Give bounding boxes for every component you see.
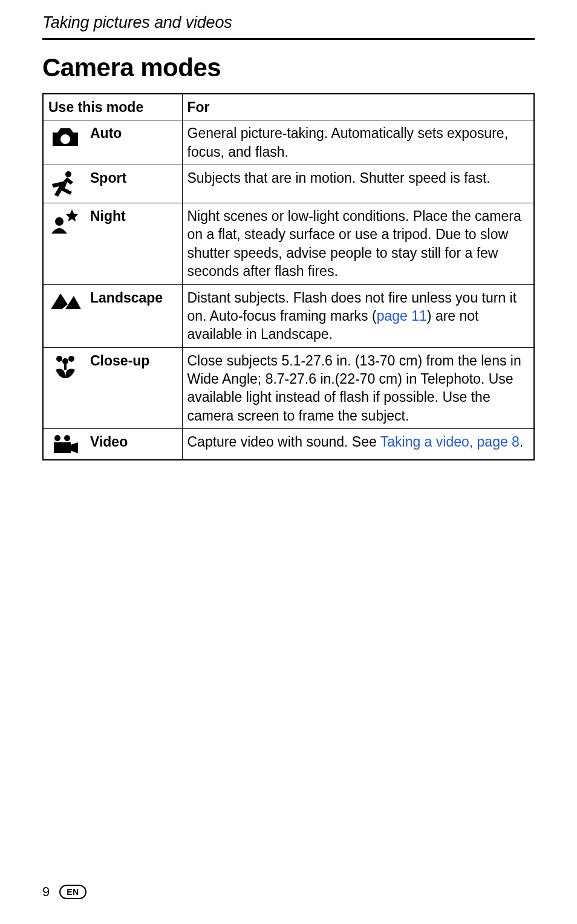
page-title: Camera modes xyxy=(42,53,535,82)
mode-icon-cell xyxy=(43,284,85,347)
mode-icon-cell xyxy=(43,347,85,428)
mode-description: General picture-taking. Automatically se… xyxy=(182,120,534,165)
mode-label: Night xyxy=(85,203,182,284)
table-row: Landscape Distant subjects. Flash does n… xyxy=(43,284,534,347)
mode-description: Capture video with sound. See Taking a v… xyxy=(182,429,534,460)
running-header: Taking pictures and videos xyxy=(42,13,535,32)
mode-icon-cell xyxy=(43,203,85,284)
header-mode: Use this mode xyxy=(43,94,182,120)
modes-table: Use this mode For Auto General picture-t… xyxy=(42,93,535,460)
svg-point-3 xyxy=(62,358,68,364)
mode-label: Video xyxy=(85,429,182,460)
mode-icon-cell xyxy=(43,120,85,165)
svg-point-4 xyxy=(56,356,62,362)
header-for: For xyxy=(182,94,534,120)
page-footer: 9 EN xyxy=(42,884,86,900)
running-header-text: Taking pictures and videos xyxy=(42,13,232,31)
svg-point-5 xyxy=(68,356,74,362)
desc-text-pre: General picture-taking. Automatically se… xyxy=(187,125,509,159)
horizontal-rule xyxy=(42,38,535,40)
svg-point-0 xyxy=(60,134,70,144)
table-row: Auto General picture-taking. Automatical… xyxy=(43,120,534,165)
table-row: Night Night scenes or low-light conditio… xyxy=(43,203,534,284)
desc-text-pre: Capture video with sound. See xyxy=(187,434,380,450)
video-camera-icon xyxy=(51,434,79,456)
landscape-mountains-icon xyxy=(50,290,81,310)
mode-label: Landscape xyxy=(85,284,182,347)
night-person-star-icon xyxy=(50,208,80,234)
mode-label: Auto xyxy=(85,120,182,165)
svg-point-2 xyxy=(55,217,64,226)
desc-link[interactable]: Taking a video, page 8 xyxy=(380,434,520,450)
language-pill: EN xyxy=(59,885,86,899)
auto-camera-icon xyxy=(50,125,80,149)
mode-icon-cell xyxy=(43,165,85,203)
mode-label: Close-up xyxy=(85,347,182,428)
desc-text-pre: Subjects that are in motion. Shutter spe… xyxy=(187,170,491,186)
page-content: Taking pictures and videos Camera modes … xyxy=(0,0,577,924)
svg-point-7 xyxy=(64,435,70,441)
mode-icon-cell xyxy=(43,429,85,460)
desc-text-post: . xyxy=(520,434,523,450)
table-header-row: Use this mode For xyxy=(43,94,534,120)
mode-description: Night scenes or low-light conditions. Pl… xyxy=(182,203,534,284)
mode-label: Sport xyxy=(85,165,182,203)
mode-description: Close subjects 5.1-27.6 in. (13-70 cm) f… xyxy=(182,347,534,428)
close-up-flower-icon xyxy=(52,353,79,379)
sport-running-icon xyxy=(50,170,80,199)
table-row: Video Capture video with sound. See Taki… xyxy=(43,429,534,460)
svg-point-1 xyxy=(65,171,71,177)
desc-text-pre: Night scenes or low-light conditions. Pl… xyxy=(187,208,521,279)
svg-point-6 xyxy=(54,435,60,441)
desc-link[interactable]: page 11 xyxy=(377,308,427,324)
mode-description: Distant subjects. Flash does not fire un… xyxy=(182,284,534,347)
desc-text-pre: Close subjects 5.1-27.6 in. (13-70 cm) f… xyxy=(187,353,521,424)
table-row: Sport Subjects that are in motion. Shutt… xyxy=(43,165,534,203)
table-row: Close-up Close subjects 5.1-27.6 in. (13… xyxy=(43,347,534,428)
page-number: 9 xyxy=(42,884,50,900)
svg-rect-8 xyxy=(54,442,71,453)
mode-description: Subjects that are in motion. Shutter spe… xyxy=(182,165,534,203)
